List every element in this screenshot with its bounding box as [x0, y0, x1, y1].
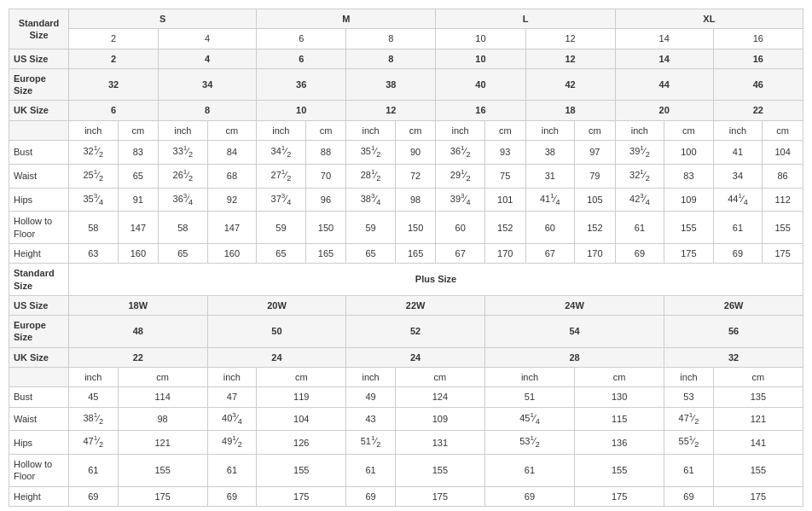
plus-height-9: 69 — [664, 486, 714, 506]
hips-6: 96 — [305, 188, 346, 212]
us-6: 6 — [257, 49, 346, 68]
plus-us-20w: 20W — [207, 295, 346, 315]
height-8: 165 — [395, 243, 436, 263]
unit-cm-2: cm — [207, 120, 257, 140]
waist-12: 79 — [575, 164, 616, 188]
plus-unit-inch-2: inch — [207, 368, 257, 387]
uk-16: 16 — [436, 101, 525, 120]
hips-9: 393⁄4 — [436, 188, 485, 212]
bust-14: 100 — [664, 141, 714, 165]
bust-2: 83 — [118, 141, 159, 165]
plus-waist-8: 115 — [575, 407, 664, 431]
height-5: 65 — [257, 243, 306, 263]
eu-36: 36 — [257, 68, 346, 101]
hollow-5: 59 — [257, 212, 306, 244]
plus-height-8: 175 — [575, 486, 664, 506]
plus-hips-8: 136 — [575, 431, 664, 455]
hollow-3: 58 — [159, 212, 208, 244]
uk-size-row: UK Size 6 8 10 12 16 18 20 22 — [9, 101, 803, 120]
waist-6: 70 — [305, 164, 346, 188]
plus-bust-10: 135 — [713, 387, 803, 407]
us-size-12: 12 — [525, 29, 615, 49]
plus-waist-9: 471⁄2 — [664, 407, 714, 431]
hollow-2: 147 — [118, 212, 159, 244]
plus-hollow-7: 61 — [484, 455, 574, 487]
hollow-16: 155 — [763, 212, 803, 244]
unit-cm-3: cm — [305, 120, 346, 140]
us-12: 12 — [525, 49, 615, 68]
waist-15: 34 — [713, 164, 763, 188]
uk-18: 18 — [525, 101, 615, 120]
waist-13: 321⁄2 — [615, 164, 664, 188]
plus-unit-empty — [9, 368, 69, 387]
waist-8: 72 — [395, 164, 436, 188]
hollow-1: 58 — [69, 212, 119, 244]
hollow-12: 152 — [575, 212, 616, 244]
hips-10: 101 — [484, 188, 525, 212]
plus-bust-1: 45 — [69, 387, 119, 407]
plus-waist-3: 403⁄4 — [207, 407, 257, 431]
hips-11: 411⁄4 — [525, 188, 575, 212]
us-10: 10 — [436, 49, 525, 68]
plus-height-row: Height 69 175 69 175 69 175 69 175 69 17… — [9, 486, 803, 506]
plus-hollow-6: 155 — [395, 455, 484, 487]
plus-eu-50: 50 — [207, 316, 346, 348]
waist-14: 83 — [664, 164, 714, 188]
plus-uk-22: 22 — [69, 347, 208, 367]
bust-4: 84 — [207, 141, 257, 165]
hips-5: 373⁄4 — [257, 188, 306, 212]
us-size-2: 2 — [69, 29, 159, 49]
unit-inch-5: inch — [436, 120, 485, 140]
plus-hips-10: 141 — [713, 431, 803, 455]
hips-13: 423⁄4 — [615, 188, 664, 212]
height-12: 170 — [575, 243, 616, 263]
bust-6: 88 — [305, 141, 346, 165]
us-size-14: 14 — [615, 29, 713, 49]
unit-inch-1: inch — [69, 120, 119, 140]
plus-hollow-9: 61 — [664, 455, 714, 487]
unit-inch-2: inch — [159, 120, 208, 140]
plus-us-24w: 24W — [484, 295, 664, 315]
unit-cm-8: cm — [763, 120, 803, 140]
plus-bust-row: Bust 45 114 47 119 49 124 51 130 53 135 — [9, 387, 803, 407]
bust-11: 38 — [525, 141, 575, 165]
plus-hips-7: 531⁄2 — [484, 431, 574, 455]
height-4: 160 — [207, 243, 257, 263]
hips-row: Hips 353⁄4 91 363⁄4 92 373⁄4 96 383⁄4 98… — [9, 188, 803, 212]
hips-14: 109 — [664, 188, 714, 212]
plus-eu-label: Europe Size — [9, 316, 69, 348]
xl-size-header: XL — [615, 9, 803, 29]
plus-unit-header-row: inch cm inch cm inch cm inch cm inch cm — [9, 368, 803, 387]
unit-inch-6: inch — [525, 120, 575, 140]
s-size-header: S — [69, 9, 257, 29]
plus-hollow-1: 61 — [69, 455, 119, 487]
bust-15: 41 — [713, 141, 763, 165]
hips-4: 92 — [207, 188, 257, 212]
plus-hollow-5: 61 — [346, 455, 396, 487]
hollow-7: 59 — [346, 212, 396, 244]
uk-20: 20 — [615, 101, 713, 120]
plus-bust-6: 124 — [395, 387, 484, 407]
waist-label: Waist — [9, 164, 69, 188]
plus-unit-inch-1: inch — [69, 368, 119, 387]
plus-unit-cm-3: cm — [395, 368, 484, 387]
plus-us-26w: 26W — [664, 295, 803, 315]
uk-10: 10 — [257, 101, 346, 120]
us-size-row: 2 4 6 8 10 12 14 16 — [9, 29, 803, 49]
us-14: 14 — [615, 49, 713, 68]
waist-4: 68 — [207, 164, 257, 188]
waist-9: 291⁄2 — [436, 164, 485, 188]
unit-header-row: inch cm inch cm inch cm inch cm inch cm … — [9, 120, 803, 140]
height-2: 160 — [118, 243, 159, 263]
plus-unit-inch-4: inch — [484, 368, 574, 387]
unit-cm-4: cm — [395, 120, 436, 140]
height-label: Height — [9, 243, 69, 263]
height-row: Height 63 160 65 160 65 165 65 165 67 17… — [9, 243, 803, 263]
bust-10: 93 — [484, 141, 525, 165]
plus-height-7: 69 — [484, 486, 574, 506]
plus-size-label: Plus Size — [69, 264, 803, 296]
plus-hips-3: 491⁄2 — [207, 431, 257, 455]
plus-bust-9: 53 — [664, 387, 714, 407]
height-9: 67 — [436, 243, 485, 263]
us-2: 2 — [69, 49, 159, 68]
